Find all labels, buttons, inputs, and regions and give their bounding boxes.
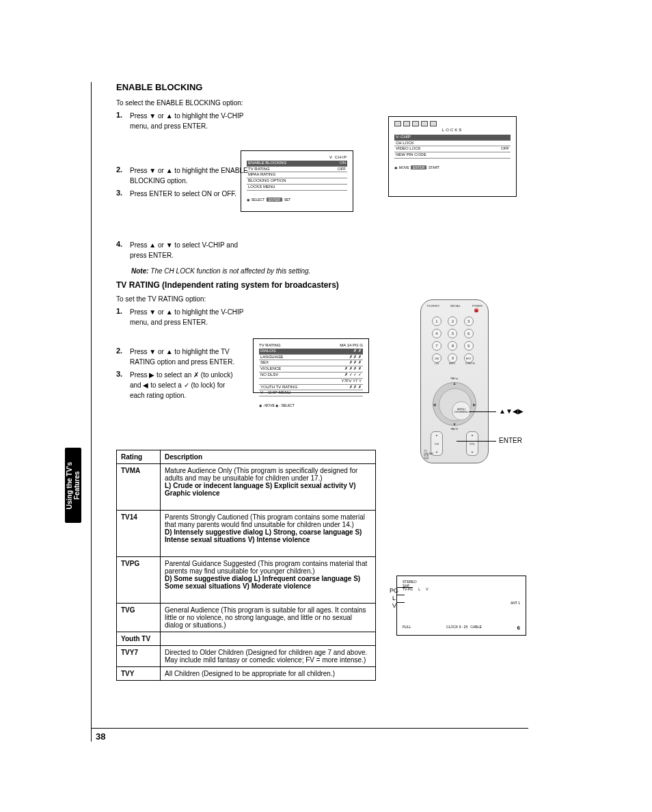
page-number: 38 bbox=[96, 731, 105, 742]
step-2: Press ▼ or ▲ to highlight the ENABLEBLOC… bbox=[130, 165, 248, 186]
side-tab: Using the TV's Features bbox=[65, 448, 81, 523]
section-heading-enable-blocking: ENABLE BLOCKING bbox=[116, 82, 540, 92]
note-text: Note: The CH LOCK function is not affect… bbox=[131, 267, 540, 275]
step-1b: Press ▼ or ▲ to highlight the V-CHIPmenu… bbox=[130, 307, 244, 327]
step-4: Press ▲ or ▼ to select V-CHIP andpress E… bbox=[130, 240, 238, 260]
ratings-table: RatingDescription TVMA Mature Audience O… bbox=[116, 450, 376, 681]
step-3: Press ENTER to select ON or OFF. bbox=[130, 189, 236, 199]
step-3b: Press ▶ to select an ✗ (to unlock)and ◀ … bbox=[130, 370, 233, 401]
step-1: Press ▼ or ▲ to highlight the V-CHIPmenu… bbox=[130, 111, 244, 131]
intro-2: To set the TV RATING option: bbox=[116, 294, 540, 304]
bottom-rule bbox=[91, 728, 528, 729]
intro-1: To select the ENABLE BLOCKING option: bbox=[116, 98, 540, 108]
step-2b: Press ▼ or ▲ to highlight the TVRATING o… bbox=[130, 347, 234, 367]
left-rule bbox=[91, 82, 92, 742]
section-heading-tv-rating: TV RATING (Independent rating system for… bbox=[116, 280, 540, 291]
